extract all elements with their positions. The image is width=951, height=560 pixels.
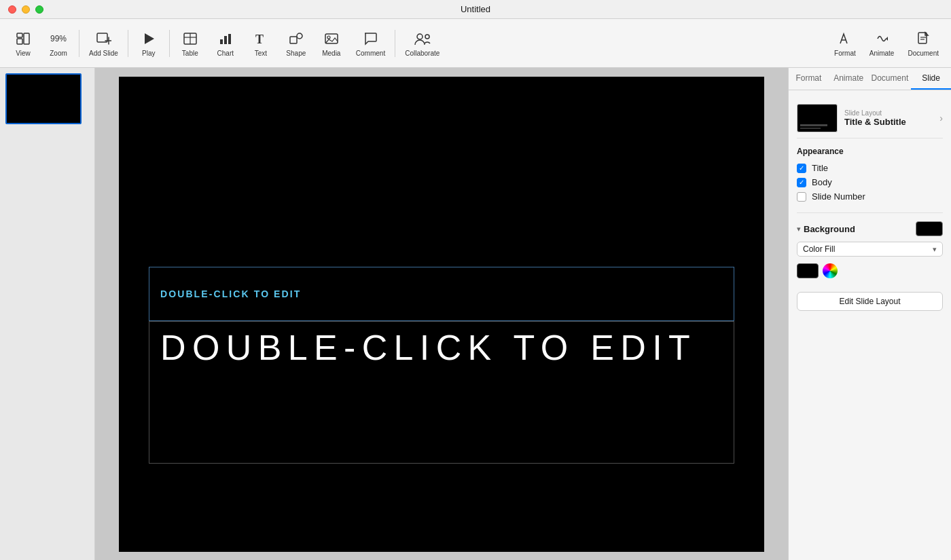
view-button[interactable]: View: [5, 26, 41, 60]
window-controls: [8, 5, 43, 14]
text-label: Text: [255, 50, 267, 57]
svg-point-19: [425, 35, 429, 39]
zoom-label: Zoom: [50, 50, 67, 57]
title-text-box[interactable]: DOUBLE-CLICK TO EDIT: [149, 267, 734, 321]
minimize-button[interactable]: [22, 5, 30, 14]
text-button[interactable]: T Text: [243, 26, 279, 60]
background-color-swatch[interactable]: [916, 221, 943, 236]
format-tab-button[interactable]: Format: [827, 26, 863, 60]
svg-marker-20: [886, 37, 888, 41]
document-label: Document: [908, 50, 939, 57]
toolbar: View 99% Zoom Add Slide Play: [0, 19, 951, 68]
background-section-header: ▾ Background: [797, 212, 943, 236]
svg-point-17: [327, 36, 330, 39]
play-icon: [139, 29, 158, 48]
chart-icon: [216, 29, 235, 48]
canvas-area[interactable]: DOUBLE-CLICK TO EDIT DOUBLE-CLICK TO EDI…: [95, 68, 788, 560]
slide-thumbnail[interactable]: [5, 73, 82, 124]
layout-chevron-icon[interactable]: ›: [939, 113, 943, 124]
slide-number-checkbox-label: Slide Number: [812, 191, 865, 202]
svg-rect-11: [224, 36, 227, 44]
table-icon: [181, 29, 200, 48]
zoom-value: 99%: [50, 34, 67, 43]
document-icon: [914, 29, 933, 48]
view-icon: [14, 29, 33, 48]
slide-number-checkbox[interactable]: [797, 192, 806, 202]
toolbar-right: Format Animate Document: [827, 26, 946, 60]
body-checkbox[interactable]: ✓: [797, 178, 806, 187]
maximize-button[interactable]: [35, 5, 43, 14]
svg-rect-2: [24, 33, 29, 44]
layout-thumb-line1: [800, 124, 827, 126]
color-fill-chevron-icon: ▾: [933, 245, 937, 254]
layout-thumb-line2: [800, 128, 821, 129]
title-checkbox-label: Title: [812, 163, 828, 173]
appearance-title-item: ✓ Title: [797, 163, 943, 173]
appearance-title: Appearance: [797, 147, 943, 156]
shape-button[interactable]: Shape: [279, 26, 314, 60]
toolbar-separator-1: [79, 30, 79, 57]
tab-animate[interactable]: Animate: [829, 68, 869, 90]
window-title: Untitled: [461, 4, 490, 14]
close-button[interactable]: [8, 5, 16, 14]
format-icon: [836, 29, 855, 48]
slide-thumb-container: 1: [5, 73, 89, 124]
table-button[interactable]: Table: [173, 26, 208, 60]
media-label: Media: [322, 50, 340, 57]
gradient-color-picker[interactable]: [823, 263, 838, 278]
media-icon: [322, 29, 341, 48]
right-panel: Format Animate Document Slide Slide L: [788, 68, 951, 560]
svg-rect-0: [17, 33, 22, 37]
color-swatches-row: [797, 263, 943, 278]
zoom-icon: 99%: [49, 29, 68, 48]
zoom-control[interactable]: 99% Zoom: [41, 26, 76, 60]
layout-info: Slide Layout Title & Subtitle: [844, 109, 933, 127]
toolbar-separator-4: [395, 30, 395, 57]
right-panel-content: Slide Layout Title & Subtitle › Appearan…: [789, 90, 951, 560]
svg-rect-14: [290, 37, 297, 43]
shape-icon: [287, 29, 306, 48]
body-text-box[interactable]: DOUBLE-CLICK TO EDIT: [149, 321, 734, 464]
color-fill-label: Color Fill: [803, 244, 835, 254]
format-label: Format: [834, 50, 856, 57]
play-button[interactable]: Play: [131, 26, 166, 60]
svg-point-18: [417, 34, 423, 39]
media-button[interactable]: Media: [314, 26, 349, 60]
layout-thumbnail: [797, 104, 838, 132]
body-checkbox-label: Body: [812, 177, 832, 187]
color-fill-select[interactable]: Color Fill ▾: [797, 242, 943, 257]
tab-document[interactable]: Document: [869, 68, 912, 90]
animate-icon: [872, 29, 891, 48]
svg-rect-12: [228, 34, 231, 44]
tab-slide[interactable]: Slide: [911, 68, 951, 90]
title-checkbox[interactable]: ✓: [797, 164, 806, 173]
tab-format[interactable]: Format: [789, 68, 829, 90]
toolbar-separator-2: [128, 30, 128, 57]
slide-layout-section: Slide Layout Title & Subtitle ›: [797, 98, 943, 138]
shape-label: Shape: [286, 50, 306, 57]
title-bar: Untitled: [0, 0, 951, 19]
text-icon: T: [251, 29, 270, 48]
background-chevron-icon[interactable]: ▾: [797, 225, 801, 234]
svg-rect-10: [220, 39, 223, 44]
checkmark-icon: ✓: [799, 165, 804, 172]
layout-name: Title & Subtitle: [844, 117, 933, 127]
slide-canvas[interactable]: DOUBLE-CLICK TO EDIT DOUBLE-CLICK TO EDI…: [119, 77, 764, 552]
chart-button[interactable]: Chart: [208, 26, 243, 60]
toolbar-separator-3: [169, 30, 170, 57]
animate-tab-button[interactable]: Animate: [863, 26, 901, 60]
black-color-swatch[interactable]: [797, 263, 819, 278]
document-tab-button[interactable]: Document: [901, 26, 946, 60]
right-panel-tabs: Format Animate Document Slide: [789, 68, 951, 90]
play-label: Play: [142, 50, 155, 57]
color-fill-row: Color Fill ▾: [797, 242, 943, 257]
slide-panel: 1: [0, 68, 95, 560]
add-slide-button[interactable]: Add Slide: [82, 26, 125, 60]
layout-sublabel: Slide Layout: [844, 109, 933, 117]
edit-slide-layout-button[interactable]: Edit Slide Layout: [797, 292, 943, 311]
title-placeholder-text: DOUBLE-CLICK TO EDIT: [160, 288, 301, 299]
svg-rect-1: [17, 39, 22, 44]
comment-button[interactable]: Comment: [349, 26, 392, 60]
collaborate-button[interactable]: Collaborate: [398, 26, 446, 60]
checkmark-icon: ✓: [799, 179, 804, 186]
